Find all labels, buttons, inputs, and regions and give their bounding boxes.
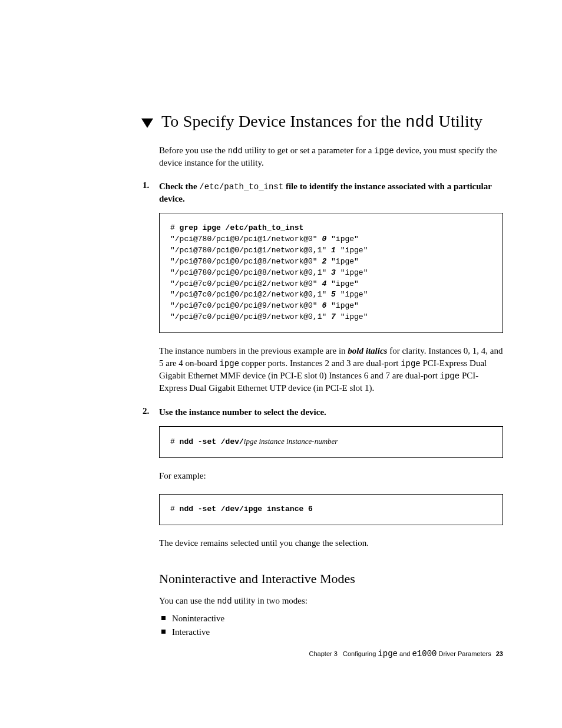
heading-pre: To Specify Device Instances for the bbox=[161, 112, 405, 130]
step-2: Use the instance number to select the de… bbox=[143, 406, 503, 638]
step-1: Check the /etc/path_to_inst file to iden… bbox=[143, 180, 503, 394]
remains-paragraph: The device remains selected until you ch… bbox=[159, 537, 503, 549]
for-example-label: For example: bbox=[159, 470, 503, 482]
subsection-heading: Noninteractive and Interactive Modes bbox=[159, 571, 503, 587]
triangle-down-icon bbox=[141, 118, 153, 128]
intro-paragraph: Before you use the ndd utility to get or… bbox=[159, 144, 503, 169]
heading-mono: ndd bbox=[405, 114, 434, 131]
list-item: Interactive bbox=[159, 625, 503, 639]
steps-list: Check the /etc/path_to_inst file to iden… bbox=[143, 180, 503, 638]
section-heading-row: To Specify Device Instances for the ndd … bbox=[141, 112, 503, 131]
modes-list: Noninteractive Interactive bbox=[159, 612, 503, 638]
list-item: Noninteractive bbox=[159, 612, 503, 625]
code-block-ndd-template: # ndd -set /dev/ipge instance instance-n… bbox=[159, 426, 503, 458]
step-2-title: Use the instance number to select the de… bbox=[159, 406, 503, 418]
section-heading: To Specify Device Instances for the ndd … bbox=[161, 112, 482, 131]
footer-chapter: Chapter 3 bbox=[309, 650, 338, 657]
code-block-ndd-example: # ndd -set /dev/ipge instance 6 bbox=[159, 494, 503, 525]
explain-paragraph: The instance numbers in the previous exa… bbox=[159, 345, 503, 394]
heading-post: Utility bbox=[434, 112, 482, 130]
subsection-intro: You can use the ndd utility in two modes… bbox=[159, 596, 503, 606]
step-1-title: Check the /etc/path_to_inst file to iden… bbox=[159, 180, 503, 205]
page-number: 23 bbox=[496, 650, 503, 657]
page-footer: Chapter 3 Configuring ipge and e1000 Dri… bbox=[309, 649, 503, 658]
code-block-grep: # grep ipge /etc/path_to_inst "/pci@780/… bbox=[159, 213, 503, 333]
